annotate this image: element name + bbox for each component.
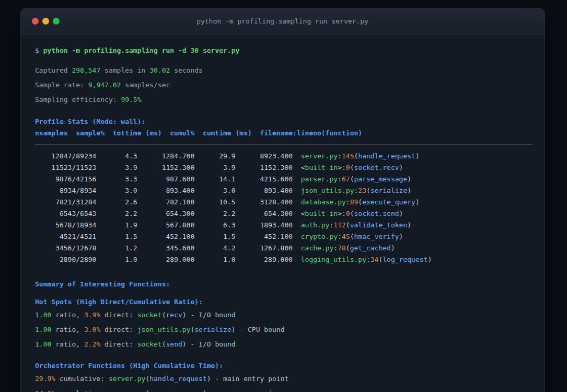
profile-table-row: 5678/18934 1.9 567.800 6.3 1893.400 auth… (35, 220, 532, 231)
profile-table-row: 7821/31284 2.6 782.100 10.5 3128.400 dat… (35, 197, 532, 208)
table-columns-header: nsamples sample% tottime (ms) cumul% cum… (35, 128, 532, 139)
profile-table-row: 4521/4521 1.5 452.100 1.5 452.100 crypto… (35, 231, 532, 243)
command-line: $ python -m profiling.sampling run -d 30… (35, 45, 532, 56)
profile-table-row: 2890/2890 1.0 289.000 1.0 289.000 loggin… (35, 254, 532, 266)
minimize-button[interactable] (42, 18, 49, 25)
profile-table-row: 9876/42156 3.3 987.600 14.1 4215.600 par… (35, 174, 532, 185)
window-title: python -m profiling.sampling run server.… (196, 17, 368, 25)
hot-spots-list: 1.00 ratio, 3.9% direct: socket(recv) - … (35, 309, 532, 350)
orchestrators-heading: Orchestrator Functions (High Cumulative … (35, 360, 532, 372)
terminal-output: $ python -m profiling.sampling run -d 30… (20, 34, 545, 392)
summary-heading: Summary of Interesting Functions: (35, 279, 532, 290)
capture-stats: Captured 298,547 samples in 30.02 second… (35, 65, 532, 106)
profile-table: 12847/89234 4.3 1284.700 29.9 8923.400 s… (35, 151, 532, 266)
profile-table-row: 3456/12678 1.2 345.600 4.2 1267.800 cach… (35, 243, 532, 254)
table-divider (35, 144, 532, 145)
hot-spot-line: 1.00 ratio, 3.9% direct: socket(recv) - … (35, 309, 532, 321)
close-button[interactable] (32, 18, 39, 25)
orchestrator-line: 14.1% cumulative: parser.py(parse_messag… (35, 388, 532, 392)
capture-stat-line: Sampling efficiency: 99.5% (35, 94, 532, 106)
capture-stat-line: Sample rate: 9,947.02 samples/sec (35, 79, 532, 91)
titlebar[interactable]: python -m profiling.sampling run server.… (20, 8, 545, 34)
profile-table-row: 12847/89234 4.3 1284.700 29.9 8923.400 s… (35, 151, 532, 162)
orchestrators-list: 29.9% cumulative: server.py(handle_reque… (35, 373, 532, 392)
maximize-button[interactable] (53, 18, 60, 25)
capture-stat-line: Captured 298,547 samples in 30.02 second… (35, 65, 532, 76)
profile-table-row: 8934/8934 3.0 893.400 3.0 893.400 json_u… (35, 185, 532, 197)
hot-spot-line: 1.00 ratio, 3.0% direct: json_utils.py(s… (35, 324, 532, 336)
window-controls (32, 8, 60, 34)
orchestrator-line: 29.9% cumulative: server.py(handle_reque… (35, 373, 532, 385)
hot-spots-heading: Hot Spots (High Direct/Cumulative Ratio)… (35, 296, 532, 308)
profile-stats-heading: Profile Stats (Mode: wall): (35, 116, 532, 128)
profile-table-row: 6543/6543 2.2 654.300 2.2 654.300 <built… (35, 208, 532, 220)
hot-spot-line: 1.00 ratio, 2.2% direct: socket(send) - … (35, 339, 532, 350)
profile-table-row: 11523/11523 3.9 1152.300 3.9 1152.300 <b… (35, 162, 532, 174)
terminal-window: python -m profiling.sampling run server.… (20, 8, 545, 392)
